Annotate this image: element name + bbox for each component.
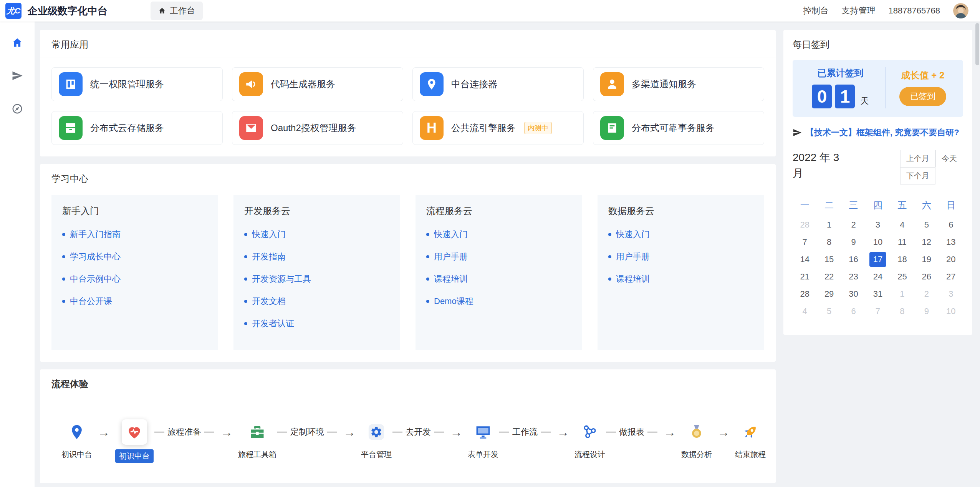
calendar-day[interactable]: 14 <box>796 252 813 267</box>
calendar-day[interactable]: 5 <box>821 304 838 319</box>
learning-link[interactable]: 用户手册 <box>426 251 571 263</box>
calendar-day[interactable]: 10 <box>942 304 959 319</box>
app-tile[interactable]: 统一权限管理服务 <box>51 67 223 101</box>
calendar-day[interactable]: 28 <box>796 287 813 301</box>
flow-step[interactable]: 数据分析 <box>681 419 712 460</box>
app-tile[interactable]: 代码生成器服务 <box>232 67 403 101</box>
connector-line <box>434 432 444 432</box>
article-link[interactable]: 【技术一文】框架组件, 究竟要不要自研? <box>793 127 963 138</box>
sidebar-item-send[interactable] <box>11 69 24 82</box>
tab-workbench[interactable]: 工作台 <box>151 2 203 20</box>
calendar-day[interactable]: 4 <box>894 218 910 232</box>
learning-link[interactable]: 快速入门 <box>244 229 389 240</box>
signin-growth: 成长值 + 2 已签到 <box>886 67 960 108</box>
learning-link[interactable]: Demo课程 <box>426 296 571 307</box>
tab-workbench-label: 工作台 <box>170 5 195 17</box>
calendar-day[interactable]: 6 <box>845 304 862 319</box>
calendar-day[interactable]: 22 <box>821 269 838 284</box>
calendar-day[interactable]: 1 <box>821 218 838 232</box>
nav-console[interactable]: 控制台 <box>803 5 828 17</box>
health-icon <box>122 419 147 445</box>
calendar-day[interactable]: 2 <box>918 287 935 301</box>
flow-step[interactable]: 旅程工具箱 <box>238 419 276 460</box>
prev-month-button[interactable]: 上个月 <box>900 150 935 167</box>
flow-step[interactable]: 初识中台 <box>61 419 92 460</box>
calendar-day[interactable]: 11 <box>894 235 910 249</box>
app-tile[interactable]: 分布式可靠事务服务 <box>593 111 764 145</box>
learning-link[interactable]: 中台公开课 <box>62 296 207 307</box>
calendar-day[interactable]: 12 <box>918 235 935 249</box>
app-tile[interactable]: 多渠道通知服务 <box>593 67 764 101</box>
flow-step[interactable]: 流程设计 <box>574 419 605 460</box>
learning-link[interactable]: 快速入门 <box>426 229 571 240</box>
calendar-day[interactable]: 19 <box>918 252 935 267</box>
calendar-day[interactable]: 9 <box>918 304 935 319</box>
learning-link[interactable]: 学习成长中心 <box>62 251 207 263</box>
sidebar-item-home[interactable] <box>11 36 24 49</box>
bullet-dot-icon <box>244 233 247 236</box>
calendar-day[interactable]: 10 <box>869 235 886 249</box>
learning-link[interactable]: 中台示例中心 <box>62 273 207 285</box>
calendar-day[interactable]: 7 <box>796 235 813 249</box>
next-month-button[interactable]: 下个月 <box>900 167 935 184</box>
flow-step[interactable]: 平台管理 <box>361 419 392 460</box>
calendar-day[interactable]: 18 <box>894 252 910 267</box>
learning-link[interactable]: 快速入门 <box>608 229 753 240</box>
calendar-day[interactable]: 20 <box>942 252 959 267</box>
calendar-day[interactable]: 13 <box>942 235 959 249</box>
paper-plane-icon <box>793 128 802 137</box>
nav-support[interactable]: 支持管理 <box>841 5 875 17</box>
flow-step[interactable]: 结束旅程 <box>735 419 766 460</box>
bullet-dot-icon <box>244 322 247 325</box>
learning-link[interactable]: 课程培训 <box>426 273 571 285</box>
app-tile[interactable]: 分布式云存储服务 <box>51 111 223 145</box>
calendar-day[interactable]: 25 <box>894 269 910 284</box>
calendar-day[interactable]: 15 <box>821 252 838 267</box>
learning-link[interactable]: 开发资源与工具 <box>244 273 389 285</box>
learning-link[interactable]: 开发指南 <box>244 251 389 263</box>
learning-link[interactable]: 用户手册 <box>608 251 753 263</box>
sidebar-item-compass[interactable] <box>11 102 24 115</box>
calendar-day[interactable]: 28 <box>796 218 813 232</box>
learning-link[interactable]: 开发文档 <box>244 296 389 307</box>
learning-link-label: 用户手册 <box>616 251 650 263</box>
flow-step[interactable]: 表单开发 <box>468 419 498 460</box>
calendar-day[interactable]: 8 <box>821 235 838 249</box>
scrollbar[interactable] <box>975 23 979 65</box>
calendar-day[interactable]: 27 <box>942 269 959 284</box>
calendar-day[interactable]: 8 <box>894 304 910 319</box>
calendar-day[interactable]: 26 <box>918 269 935 284</box>
learning-links: 新手入门指南 学习成长中心 中台示例中心 中台公开课 <box>62 229 207 307</box>
calendar-day[interactable]: 9 <box>845 235 862 249</box>
signed-button[interactable]: 已签到 <box>899 87 946 106</box>
learning-link[interactable]: 开发者认证 <box>244 318 389 329</box>
calendar-day[interactable]: 1 <box>894 287 910 301</box>
app-label: 多渠道通知服务 <box>632 78 696 90</box>
calendar-day[interactable]: 23 <box>845 269 862 284</box>
avatar[interactable] <box>953 3 968 18</box>
logo[interactable]: 尤C <box>5 3 22 19</box>
calendar-day[interactable]: 30 <box>845 287 862 301</box>
calendar-day[interactable]: 2 <box>845 218 862 232</box>
app-tile[interactable]: 中台连接器 <box>412 67 584 101</box>
calendar-day[interactable]: 16 <box>845 252 862 267</box>
calendar-day[interactable]: 6 <box>942 218 959 232</box>
calendar-day[interactable]: 3 <box>869 218 886 232</box>
calendar-day[interactable]: 3 <box>942 287 959 301</box>
calendar-day[interactable]: 24 <box>869 269 886 284</box>
calendar-day[interactable]: 4 <box>796 304 813 319</box>
learning-link[interactable]: 新手入门指南 <box>62 229 207 240</box>
calendar-buttons: 上个月 今天 下个月 <box>900 150 963 184</box>
flow-step[interactable]: 初识中台 <box>115 419 154 463</box>
calendar-day[interactable]: 31 <box>869 287 886 301</box>
calendar-day[interactable]: 29 <box>821 287 838 301</box>
calendar-day[interactable]: 5 <box>918 218 935 232</box>
today-button[interactable]: 今天 <box>935 150 963 167</box>
learning-link[interactable]: 课程培训 <box>608 273 753 285</box>
app-tile[interactable]: Oauth2授权管理服务 <box>232 111 403 145</box>
calendar-day[interactable]: 7 <box>869 304 886 319</box>
learning-column: 新手入门 新手入门指南 学习成长中心 中台示例中心 中台公开课 <box>51 195 218 350</box>
calendar-day[interactable]: 17 <box>869 252 886 267</box>
calendar-day[interactable]: 21 <box>796 269 813 284</box>
app-tile[interactable]: H 公共流引擎服务 内测中 <box>412 111 584 145</box>
